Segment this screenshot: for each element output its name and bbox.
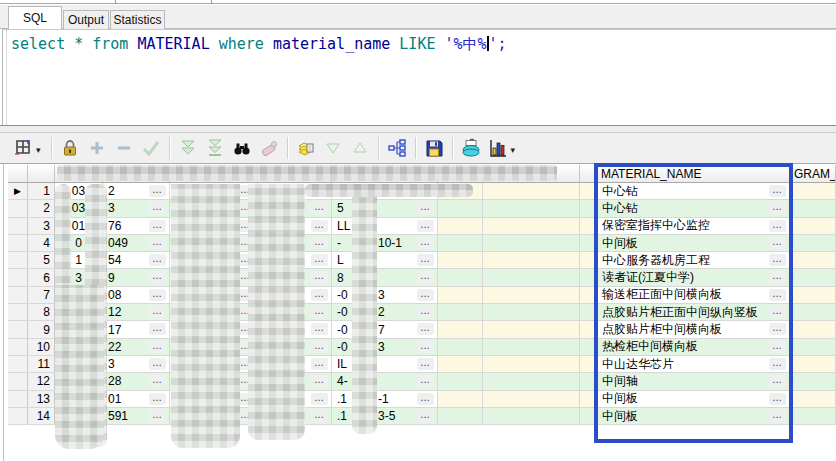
cell-e[interactable]: LL… xyxy=(332,218,438,235)
cell-ellipsis-button[interactable]: … xyxy=(311,358,328,370)
cell-name[interactable]: 热检柜中间横向板… xyxy=(597,339,790,356)
cell-ellipsis-button[interactable]: … xyxy=(149,358,166,370)
cell-b[interactable]: 28… xyxy=(103,373,170,390)
cell-f[interactable] xyxy=(438,235,483,252)
column-header-i[interactable]: GRAM_ xyxy=(790,165,836,183)
cell-h[interactable] xyxy=(580,356,597,373)
row-number[interactable]: 14 xyxy=(28,408,55,425)
cell-ellipsis-button[interactable]: … xyxy=(311,393,328,405)
sort-ascending-button[interactable] xyxy=(349,137,371,159)
tab-sql[interactable]: SQL xyxy=(8,6,62,29)
cell-ellipsis-button[interactable]: … xyxy=(417,237,434,249)
cell-ellipsis-button[interactable]: … xyxy=(769,393,786,405)
cell-i[interactable] xyxy=(790,269,836,286)
row-number[interactable]: 8 xyxy=(28,304,55,321)
cell-ellipsis-button[interactable]: … xyxy=(417,341,434,353)
cell-g[interactable] xyxy=(483,200,580,217)
cell-h[interactable] xyxy=(580,391,597,408)
cell-ellipsis-button[interactable]: … xyxy=(769,202,786,214)
cell-i[interactable] xyxy=(790,321,836,338)
grid-options-button[interactable] xyxy=(12,137,34,159)
cell-ellipsis-button[interactable]: … xyxy=(311,237,328,249)
cell-ellipsis-button[interactable]: … xyxy=(417,410,434,422)
tab-statistics[interactable]: Statistics xyxy=(110,10,165,29)
cell-ellipsis-button[interactable]: … xyxy=(149,341,166,353)
cell-h[interactable] xyxy=(580,235,597,252)
cell-e[interactable]: 8… xyxy=(332,269,438,286)
cell-ellipsis-button[interactable]: … xyxy=(311,323,328,335)
cell-name[interactable]: 点胶贴片柜中间横向板… xyxy=(597,321,790,338)
sort-descending-button[interactable] xyxy=(322,137,344,159)
cell-name[interactable]: 中间板… xyxy=(597,235,790,252)
row-selector[interactable] xyxy=(8,391,28,408)
chart-button[interactable] xyxy=(487,137,509,159)
cell-f[interactable] xyxy=(438,269,483,286)
dropdown-caret-icon[interactable]: ▾ xyxy=(511,145,516,155)
row-selector[interactable] xyxy=(8,252,28,269)
cell-e[interactable]: -10-1… xyxy=(332,235,438,252)
export-data-button[interactable] xyxy=(295,137,317,159)
lock-record-button[interactable] xyxy=(59,137,81,159)
post-changes-button[interactable] xyxy=(140,137,162,159)
cell-ellipsis-button[interactable]: … xyxy=(417,306,434,318)
cell-name[interactable]: 中山达华芯片… xyxy=(597,356,790,373)
cell-ellipsis-button[interactable]: … xyxy=(149,393,166,405)
cell-b[interactable]: 591… xyxy=(103,408,170,425)
cell-f[interactable] xyxy=(438,391,483,408)
cell-name[interactable]: 读者证(江夏中学)… xyxy=(597,269,790,286)
cell-ellipsis-button[interactable]: … xyxy=(769,289,786,301)
cell-ellipsis-button[interactable]: … xyxy=(149,289,166,301)
row-selector[interactable] xyxy=(8,356,28,373)
cell-i[interactable] xyxy=(790,408,836,425)
cell-h[interactable] xyxy=(580,200,597,217)
cell-ellipsis-button[interactable]: … xyxy=(149,237,166,249)
cell-b[interactable]: 22… xyxy=(103,339,170,356)
cell-ellipsis-button[interactable]: … xyxy=(311,341,328,353)
cell-i[interactable] xyxy=(790,252,836,269)
row-selector[interactable] xyxy=(8,408,28,425)
cell-e[interactable]: -03… xyxy=(332,287,438,304)
cell-i[interactable] xyxy=(790,200,836,217)
cell-ellipsis-button[interactable]: … xyxy=(311,271,328,283)
row-number[interactable]: 13 xyxy=(28,391,55,408)
row-selector[interactable] xyxy=(8,373,28,390)
cell-h[interactable] xyxy=(580,373,597,390)
row-number[interactable]: 2 xyxy=(28,200,55,217)
row-number[interactable]: 10 xyxy=(28,339,55,356)
insert-record-button[interactable] xyxy=(86,137,108,159)
cell-g[interactable] xyxy=(483,218,580,235)
cell-name[interactable]: 中间板… xyxy=(597,391,790,408)
row-number[interactable]: 11 xyxy=(28,356,55,373)
cell-e[interactable]: -02… xyxy=(332,304,438,321)
cell-i[interactable] xyxy=(790,218,836,235)
cell-g[interactable] xyxy=(483,269,580,286)
cell-b[interactable]: 01… xyxy=(103,391,170,408)
cell-f[interactable] xyxy=(438,356,483,373)
cell-ellipsis-button[interactable]: … xyxy=(149,202,166,214)
cell-f[interactable] xyxy=(438,218,483,235)
cell-h[interactable] xyxy=(580,339,597,356)
cell-ellipsis-button[interactable]: … xyxy=(149,254,166,266)
row-number[interactable]: 6 xyxy=(28,269,55,286)
column-header-num[interactable] xyxy=(28,165,55,183)
cell-ellipsis-button[interactable]: … xyxy=(149,375,166,387)
cell-ellipsis-button[interactable]: … xyxy=(417,358,434,370)
cell-ellipsis-button[interactable]: … xyxy=(311,289,328,301)
row-selector[interactable] xyxy=(8,287,28,304)
cell-g[interactable] xyxy=(483,356,580,373)
cell-ellipsis-button[interactable]: … xyxy=(417,220,434,232)
cell-h[interactable] xyxy=(580,321,597,338)
cell-ellipsis-button[interactable]: … xyxy=(769,358,786,370)
row-number[interactable]: 5 xyxy=(28,252,55,269)
row-selector[interactable] xyxy=(8,200,28,217)
cell-name[interactable]: 中心钻… xyxy=(597,183,790,200)
row-selector[interactable] xyxy=(8,339,28,356)
cell-f[interactable] xyxy=(438,339,483,356)
cell-ellipsis-button[interactable]: … xyxy=(149,323,166,335)
cell-ellipsis-button[interactable]: … xyxy=(149,306,166,318)
cell-name[interactable]: 中间轴… xyxy=(597,373,790,390)
fetch-next-page-button[interactable] xyxy=(177,137,199,159)
cell-e[interactable]: 4-… xyxy=(332,373,438,390)
cell-i[interactable] xyxy=(790,304,836,321)
cell-f[interactable] xyxy=(438,252,483,269)
